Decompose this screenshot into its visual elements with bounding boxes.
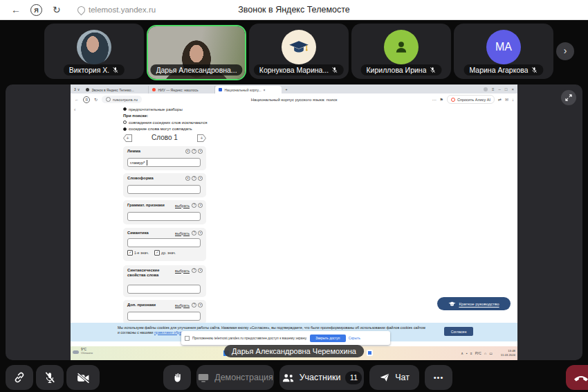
expand-icon: [564, 93, 573, 102]
battery-icon: ▭: [489, 351, 493, 355]
shared-page-title: Национальный корпус русского языка: поис…: [251, 98, 338, 102]
camera-off-icon: [76, 372, 91, 384]
refresh-icon[interactable]: ↻: [53, 0, 61, 19]
avatar: [282, 30, 316, 64]
mic-off-icon: [430, 66, 437, 73]
lemma-input: гламур*: [127, 158, 201, 167]
participants-button[interactable]: Участники 11: [279, 365, 364, 390]
window-controls: ≡ – □ ×: [484, 87, 517, 91]
chat-button[interactable]: Чат: [369, 365, 419, 390]
mic-off-icon: [44, 371, 56, 384]
grammar-input: [127, 212, 201, 221]
field-label: Словоформа: [127, 176, 154, 181]
semantics-checkboxes: ✓ 1-е знач. ✓ др. знач.: [127, 250, 176, 256]
site-badge-icon: [106, 97, 111, 102]
clear-icon: ×: [198, 203, 203, 208]
minimize-icon: –: [499, 87, 501, 91]
add-word-right-button: +: [197, 134, 206, 142]
back-icon[interactable]: ←: [11, 0, 21, 19]
expand-share-button[interactable]: [561, 90, 576, 105]
shared-addressbar: ← Я ↻ ruscorpora.ru Национальный корпус …: [71, 93, 517, 106]
screen-share-panel: 3∨ Звонок в Яндекс Телемо... НИУ — Яндек…: [6, 84, 582, 360]
close-icon: ×: [511, 87, 514, 91]
page-title: Звонок в Яндекс Телемосте: [238, 0, 349, 19]
participant-tile-active[interactable]: Дарья Александровна...: [147, 25, 246, 80]
lang-toggle-icon: ≡: [185, 149, 190, 154]
taskbar-clock: 13:48 11.03.2024: [501, 349, 515, 357]
next-participants-button[interactable]: ›: [556, 42, 574, 60]
help-icon: ?: [192, 303, 196, 308]
people-icon: [282, 373, 295, 383]
more-icon: ⋯: [432, 97, 437, 102]
radio-selected: [123, 127, 127, 131]
mic-toggle-button[interactable]: [36, 365, 64, 390]
raise-hand-button[interactable]: [163, 365, 191, 390]
call-toolbar: Демонстрация Участники 11 Чат •••: [0, 362, 588, 392]
participant-tile[interactable]: Кириллова Ирина: [351, 24, 451, 79]
participant-tile[interactable]: МА Марина Агаркова: [454, 24, 553, 79]
clear-icon: ×: [198, 268, 203, 273]
notification-text: Приложению telemost.yandex.ru предоставл…: [192, 336, 307, 340]
hand-icon: [172, 372, 183, 384]
radio-label: совпадения соседних слов исключаются: [129, 121, 207, 125]
section-label: При поиске:: [123, 114, 148, 118]
pick-link: выбрать: [175, 269, 190, 273]
more-options-button[interactable]: •••: [425, 365, 452, 390]
word-title: Слово 1: [123, 134, 206, 141]
profile-icon: [484, 87, 488, 91]
wifi-icon: ∩: [484, 351, 487, 355]
participant-tile[interactable]: Корнукова Марина...: [249, 24, 349, 79]
tab-counter: 3∨: [74, 87, 80, 91]
camera-toggle-button[interactable]: [66, 365, 100, 390]
field-label: Семантика: [127, 231, 149, 235]
address-bar[interactable]: telemost.yandex.ru: [77, 0, 156, 19]
field-card-grammar: Граммат. признаки выбрать ? ×: [123, 200, 206, 224]
participant-name-pill: Марина Агаркова: [463, 64, 543, 75]
field-label: Доп. признаки: [127, 303, 156, 308]
help-icon: ?: [192, 176, 196, 181]
participant-name-pill: Кириллова Ирина: [360, 64, 441, 75]
quick-guide-button: Краткое руководство: [437, 297, 511, 310]
pick-link: выбрать: [175, 231, 190, 235]
graduation-cap-icon: [448, 301, 456, 307]
field-label: Лемма: [127, 149, 140, 154]
checkbox-checked: ✓: [154, 250, 160, 256]
sidebar-toggle-icon: ‹: [74, 107, 75, 112]
shared-screen: 3∨ Звонок в Яндекс Телемо... НИУ — Яндек…: [71, 84, 517, 360]
participant-tile[interactable]: Виктория Х.: [44, 24, 144, 79]
share-screen-button[interactable]: Демонстрация: [196, 365, 274, 390]
word-navigation: + Слово 1 +: [123, 134, 206, 143]
radio-selected: [123, 107, 127, 111]
tab-favicon: [219, 88, 222, 91]
alice-button: Спросить Алису AI: [447, 95, 495, 104]
hang-up-button[interactable]: [566, 365, 588, 390]
field-card-lemma: Лемма ≡ ? × гламур*: [123, 146, 206, 170]
back-icon: ←: [75, 98, 79, 102]
participant-name-pill: Корнукова Марина...: [254, 64, 344, 75]
yandex-logo-icon[interactable]: Я: [30, 4, 42, 16]
search-options: предпочтительные разборы При поиске: сов…: [123, 106, 207, 132]
copy-link-button[interactable]: [6, 365, 33, 390]
url-pill: ruscorpora.ru: [102, 96, 142, 103]
person-icon: [392, 38, 410, 56]
field-label: Граммат. признаки: [127, 203, 165, 208]
url-text: telemost.yandex.ru: [89, 6, 156, 14]
tray-up-icon: ∧: [461, 351, 463, 355]
participant-name-pill: Дарья Александровна...: [150, 64, 242, 75]
share-notification: Приложению telemost.yandex.ru предоставл…: [181, 331, 390, 345]
radio-label: предпочтительные разборы: [129, 107, 183, 112]
translate-icon: ⇄: [498, 97, 502, 102]
menu-icon: ≡: [492, 87, 495, 91]
shared-tab-active: Национальный корпу... ×: [215, 86, 282, 93]
taskbar-weather: 9°C Облачно: [73, 348, 93, 355]
graduation-cap-icon: [288, 39, 309, 55]
shared-tab: НИУ — Яндекс: нашлось: [149, 86, 215, 93]
restore-icon: □: [505, 87, 508, 91]
speaker-name-overlay: Дарья Александровна Черемохина: [224, 345, 364, 357]
help-icon: ?: [192, 231, 196, 235]
field-card-extra: Доп. признаки выбрать ? ×: [123, 300, 206, 324]
clear-icon: ×: [198, 231, 203, 235]
taskbar-app-icon: [367, 350, 373, 356]
phone-hangup-icon: [573, 373, 588, 382]
bookmark-icon: ⚑: [440, 97, 443, 102]
